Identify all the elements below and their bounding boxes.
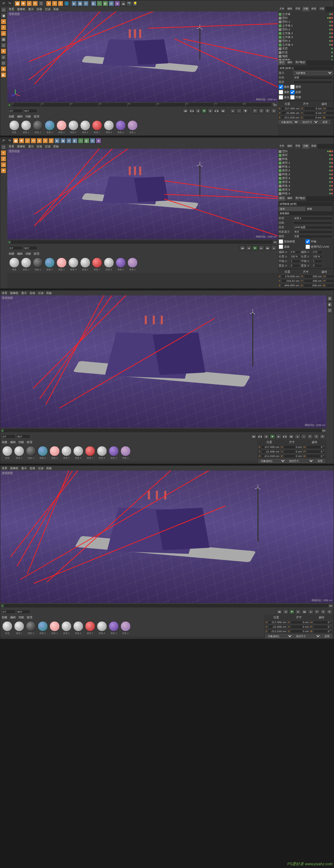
menu-item[interactable]: 创建	[9, 115, 14, 118]
material-swatch[interactable]: 材质.8	[103, 120, 114, 134]
play-button[interactable]: ▶	[201, 108, 207, 113]
object-mode[interactable]: ◼	[1, 13, 6, 18]
material-swatch[interactable]: 材质.6	[73, 621, 84, 635]
menu-item[interactable]: 过滤	[38, 291, 43, 295]
tab[interactable]: 文件	[278, 7, 286, 11]
nurbs-button[interactable]: ◐	[84, 138, 89, 144]
frame-input[interactable]	[2, 610, 16, 614]
spline-button[interactable]: ~	[97, 1, 102, 6]
menu-item[interactable]: 显示	[28, 7, 34, 11]
size-input[interactable]	[303, 284, 323, 287]
tab[interactable]: 书签	[318, 7, 326, 11]
material-swatch[interactable]: 材质	[9, 257, 20, 271]
material-swatch[interactable]: 材质.1	[14, 621, 25, 635]
material-swatch[interactable]: 材质	[2, 446, 13, 460]
material-swatch[interactable]: 材质.2	[32, 257, 43, 271]
frame-end-input[interactable]	[23, 246, 37, 250]
mode-btn[interactable]: ◐	[1, 72, 6, 78]
scale-key[interactable]: S	[259, 108, 264, 113]
render-region-button[interactable]: ▣	[77, 1, 83, 6]
env-button[interactable]: ☁	[120, 1, 126, 6]
size-mode-select[interactable]: 绝对尺寸	[294, 634, 321, 638]
play-button[interactable]: ▶	[289, 609, 295, 614]
rot-input[interactable]	[306, 454, 325, 458]
pos-input[interactable]	[261, 454, 280, 458]
mode-btn[interactable]: ●	[1, 66, 6, 72]
tab[interactable]: 对象	[302, 7, 310, 11]
pos-input[interactable]	[261, 445, 280, 449]
menu-item[interactable]: 纹理	[27, 615, 32, 619]
rot-input[interactable]	[326, 279, 334, 283]
pos-key[interactable]: P	[252, 108, 258, 113]
layer-input[interactable]	[293, 80, 333, 84]
material-swatch[interactable]: 材质.9	[108, 446, 119, 460]
material-swatch[interactable]: 材质.8	[96, 621, 108, 635]
prop-input[interactable]	[293, 221, 333, 225]
deformer-button[interactable]: ◈	[114, 1, 120, 6]
render-settings-button[interactable]: ⚙	[66, 138, 72, 144]
frame-start-input[interactable]	[9, 109, 23, 113]
scale-tool[interactable]: ⤢	[25, 138, 30, 144]
menu-item[interactable]: 编辑	[17, 252, 23, 256]
world-button[interactable]: 🌐	[64, 1, 69, 6]
menu-item[interactable]: 选项	[37, 145, 42, 148]
check[interactable]	[279, 95, 283, 100]
num-input[interactable]	[312, 250, 323, 254]
num-input[interactable]	[290, 255, 300, 258]
axis-gizmo[interactable]	[10, 89, 21, 99]
material-swatch[interactable]: 材质.1	[21, 120, 32, 134]
tag-tab[interactable]: 标签	[306, 207, 333, 211]
tree-item[interactable]: 空白	[279, 149, 333, 153]
uv-mode[interactable]: ◫	[1, 42, 6, 48]
pos-input[interactable]	[261, 450, 280, 454]
model-mode[interactable]: ◻	[1, 7, 6, 13]
material-swatch[interactable]: 材质.1	[120, 446, 131, 460]
menu-item[interactable]: 创建	[9, 252, 14, 256]
material-manager[interactable]: 材质材质.1材质.2材质.3材质.4材质.5材质.6材质.7材质.8材质.9材质…	[7, 256, 278, 273]
point-mode[interactable]: •	[1, 150, 6, 156]
menu-item[interactable]: 查看	[2, 291, 7, 295]
apply-button[interactable]: 应用	[315, 459, 325, 463]
menu-item[interactable]: 编辑	[10, 615, 16, 619]
record-button[interactable]: ●	[295, 434, 300, 439]
select-tool[interactable]: ▦	[15, 1, 20, 6]
menu-item[interactable]: 纹理	[34, 252, 39, 256]
tool-button[interactable]: ☰	[38, 1, 44, 6]
next-frame-button[interactable]: ►	[295, 609, 301, 614]
record-button[interactable]: ●	[230, 108, 236, 113]
tree-item[interactable]: 挤压.2	[279, 169, 333, 172]
menu-item[interactable]: 面板	[53, 145, 59, 148]
goto-start-button[interactable]: ⏮	[240, 246, 245, 250]
material-swatch[interactable]: 材质.7	[92, 120, 103, 134]
material-swatch[interactable]: 材质.4	[49, 446, 60, 460]
checkbox-row[interactable]: 连续	[279, 245, 305, 249]
material-swatch[interactable]: 材质.5	[61, 446, 72, 460]
check[interactable]	[290, 95, 295, 100]
material-swatch[interactable]: 材质.7	[92, 257, 103, 271]
tree-item[interactable]: 立方体	[279, 12, 333, 16]
material-swatch[interactable]: 材质.3	[44, 120, 55, 134]
tree-item[interactable]: 空白.3	[279, 39, 333, 43]
size-input[interactable]	[291, 620, 310, 624]
material-swatch[interactable]: 材质.9	[115, 257, 126, 271]
perspective-viewport[interactable]: 透视视图 网格间距: 1000 cm	[0, 471, 334, 603]
pos-key[interactable]: P	[307, 434, 313, 439]
prop-input[interactable]	[293, 235, 333, 238]
pos-input[interactable]	[281, 279, 300, 283]
menu-item[interactable]: 摄像机	[10, 466, 18, 470]
move-tool[interactable]: ✥	[19, 138, 24, 144]
menu-item[interactable]: 选项	[30, 466, 35, 470]
autokey-button[interactable]: ○	[236, 108, 242, 113]
pos-input[interactable]	[268, 620, 287, 624]
tab[interactable]: 模式	[278, 60, 286, 65]
menu-item[interactable]: 查看	[9, 145, 14, 148]
size-input[interactable]	[291, 625, 310, 629]
point-mode[interactable]: •	[1, 19, 6, 24]
rot-input[interactable]	[326, 274, 334, 278]
menu-item[interactable]: 显示	[21, 466, 27, 470]
tree-item[interactable]: 空白.1	[279, 20, 333, 24]
tab[interactable]: 编辑	[286, 7, 294, 11]
perspective-viewport[interactable]: 透视视图 网格间距: 1000 cm	[0, 295, 327, 428]
material-manager[interactable]: 材质材质.1材质.2材质.3材质.4材质.5材质.6材质.7材质.8材质.9材质…	[0, 620, 264, 636]
num-input[interactable]	[290, 250, 300, 254]
